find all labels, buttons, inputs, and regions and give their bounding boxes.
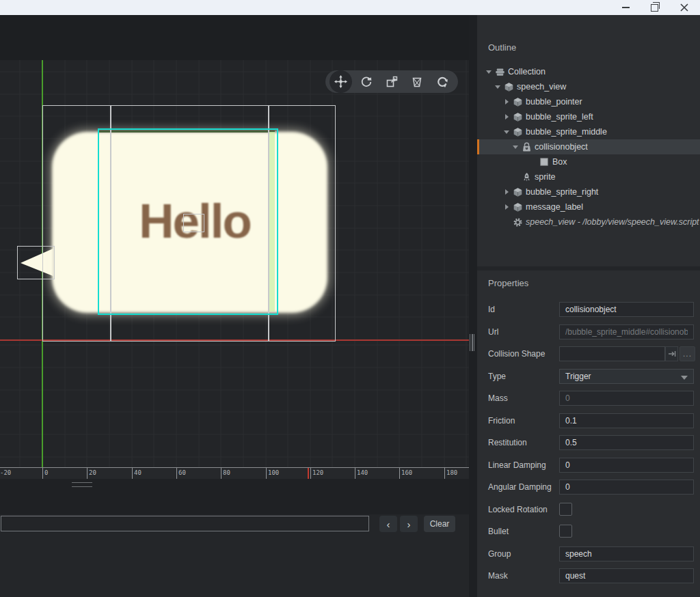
expander-icon[interactable] — [513, 143, 520, 150]
collisionobject-icon — [521, 141, 532, 152]
outline-item-collisionobject[interactable]: collisionobject — [477, 139, 700, 154]
property-row-collision-shape: Collision Shape ... — [477, 346, 700, 361]
properties-title: Properties — [488, 278, 528, 288]
property-row-mass: Mass — [477, 391, 700, 406]
property-row-group: Group — [477, 546, 700, 561]
sprite-icon — [521, 171, 532, 182]
property-row-restitution: Restitution — [477, 435, 700, 450]
url-field — [559, 324, 694, 339]
ruler-tick: 80 — [223, 469, 230, 476]
minimize-icon — [622, 7, 630, 8]
rotate-tool-button[interactable] — [355, 70, 377, 93]
property-row-angular-damping: Angular Damping — [477, 480, 700, 495]
collection-icon — [494, 66, 505, 77]
pivot-handle-box[interactable] — [183, 214, 204, 232]
ruler-cursor-marker — [308, 468, 309, 479]
expander-icon[interactable] — [504, 98, 511, 105]
frustum-icon — [411, 76, 423, 88]
locked-rotation-checkbox[interactable] — [559, 503, 572, 516]
minimize-button[interactable] — [615, 0, 636, 15]
expander-icon[interactable] — [504, 204, 511, 210]
expander-icon[interactable] — [504, 113, 511, 120]
outline-item-speech-view[interactable]: speech_view — [477, 79, 700, 94]
property-row-url: Url — [477, 324, 700, 339]
outline-item-bubble-pointer[interactable]: bubble_pointer — [477, 94, 700, 109]
angular-damping-field[interactable] — [559, 480, 694, 495]
next-match-button[interactable]: › — [400, 516, 418, 532]
group-field[interactable] — [559, 546, 694, 561]
gameobject-icon — [512, 186, 523, 197]
gameobject-icon — [512, 126, 523, 137]
expander-icon[interactable] — [495, 83, 502, 90]
gameobject-icon — [512, 202, 523, 212]
box-shape-icon — [539, 156, 550, 167]
horizontal-ruler: -20 0 20 40 60 80 100 120 140 160 180 — [0, 467, 469, 479]
ruler-tick: 160 — [401, 469, 412, 476]
linear-damping-field[interactable] — [559, 458, 694, 473]
prev-match-button[interactable]: ‹ — [379, 516, 397, 532]
outline-item-script[interactable]: speech_view - /lobby/view/speech_view.sc… — [477, 214, 700, 230]
property-row-locked-rotation: Locked Rotation — [477, 502, 700, 517]
outline-item-sprite[interactable]: sprite — [477, 169, 700, 184]
scene-toolbar — [325, 70, 458, 93]
ruler-tick: 180 — [446, 469, 457, 476]
ruler-tick: 140 — [357, 469, 368, 476]
expander-icon[interactable] — [504, 128, 511, 135]
mask-field[interactable] — [559, 568, 694, 583]
gameobject-icon — [503, 81, 514, 92]
goto-resource-button[interactable] — [665, 346, 678, 361]
mass-field — [559, 391, 694, 406]
ruler-tick: 100 — [268, 469, 279, 476]
outline-item-bubble-sprite-left[interactable]: bubble_sprite_left — [477, 109, 700, 124]
orbit-tool-button[interactable] — [431, 70, 454, 93]
expander-spacer — [513, 173, 520, 180]
ruler-tick: 40 — [134, 469, 142, 476]
defold-editor-window: Hello — [0, 0, 700, 597]
outline-item-collection[interactable]: Collection — [477, 64, 700, 79]
horizontal-grab-handle[interactable] — [72, 482, 92, 487]
property-row-type: Type Trigger — [477, 369, 700, 384]
close-button[interactable] — [674, 0, 695, 15]
expander-spacer — [530, 158, 537, 165]
gameobject-icon — [512, 96, 523, 107]
clear-console-button[interactable]: Clear — [424, 516, 455, 532]
type-dropdown[interactable]: Trigger — [559, 369, 694, 384]
bullet-checkbox[interactable] — [559, 525, 572, 538]
outline-item-bubble-sprite-right[interactable]: bubble_sprite_right — [477, 184, 700, 199]
viewport-bottom-strip — [0, 478, 469, 514]
id-field[interactable] — [559, 302, 694, 317]
frustum-tool-button[interactable] — [406, 70, 429, 93]
property-row-mask: Mask — [477, 568, 700, 583]
viewport-top-strip — [0, 15, 469, 60]
browse-resource-button[interactable]: ... — [679, 346, 695, 361]
ruler-tick: 60 — [178, 469, 186, 476]
restore-button[interactable] — [644, 0, 664, 15]
outline-item-message-label[interactable]: message_label — [477, 199, 700, 214]
ruler-tick: 120 — [312, 469, 323, 476]
move-tool-button[interactable] — [329, 70, 352, 93]
scale-tool-button[interactable] — [380, 70, 403, 93]
friction-field[interactable] — [559, 413, 694, 428]
ruler-tick: 0 — [44, 469, 48, 476]
script-icon — [512, 217, 523, 227]
outline-title: Outline — [488, 42, 516, 53]
restore-icon — [651, 4, 658, 12]
outline-item-bubble-sprite-middle[interactable]: bubble_sprite_middle — [477, 124, 700, 139]
expander-icon[interactable] — [486, 68, 493, 75]
console-search-input[interactable] — [1, 516, 369, 531]
selection-box-bubble-pointer — [17, 246, 55, 279]
panel-splitter[interactable] — [469, 15, 477, 597]
gameobject-icon — [512, 111, 523, 122]
restitution-field[interactable] — [559, 435, 694, 450]
property-row-friction: Friction — [477, 413, 700, 428]
splitter-grab-handle[interactable] — [470, 334, 474, 351]
expander-icon[interactable] — [504, 189, 511, 195]
move-icon — [334, 75, 347, 88]
goto-arrow-icon — [668, 350, 676, 358]
property-row-linear-damping: Linear Damping — [477, 458, 700, 473]
orbit-icon — [436, 76, 448, 88]
console-bar: ‹ › Clear — [0, 514, 469, 597]
collision-shape-field[interactable] — [559, 346, 665, 361]
ruler-tick: 20 — [89, 469, 96, 476]
outline-item-box[interactable]: Box — [477, 154, 700, 169]
